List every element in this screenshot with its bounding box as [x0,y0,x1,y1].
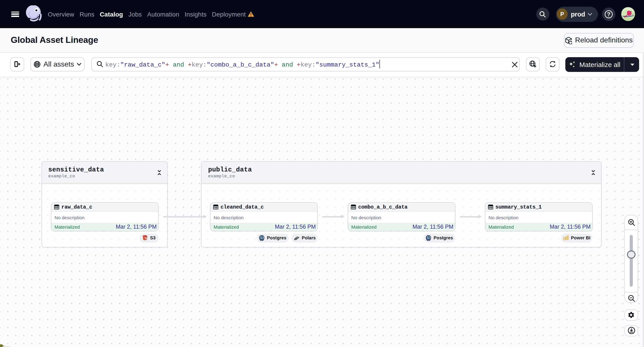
svg-text:?: ? [607,11,610,17]
